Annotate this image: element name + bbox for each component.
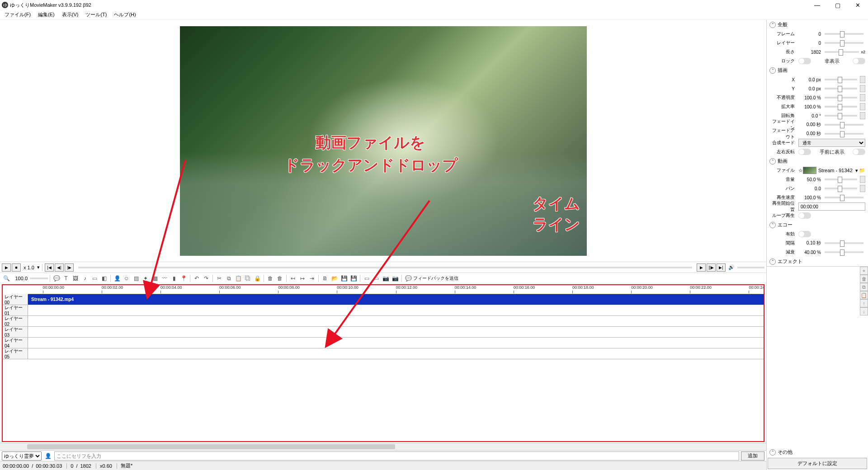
keyframe-icon[interactable] bbox=[860, 176, 865, 183]
snapshot-icon[interactable]: 📷 bbox=[381, 274, 390, 283]
speed-dropdown-icon[interactable]: ▾ bbox=[37, 264, 40, 270]
fadeout-slider[interactable] bbox=[825, 133, 863, 135]
seek-start-button[interactable]: |◀ bbox=[45, 263, 54, 272]
saveas-icon[interactable]: 💾 bbox=[349, 274, 358, 283]
copy-icon[interactable]: ⧉ bbox=[224, 274, 233, 283]
feedback-label[interactable]: フィードバックを送信 bbox=[413, 275, 458, 282]
dropdown-icon[interactable]: ▾ bbox=[855, 168, 858, 174]
seek-next-button[interactable]: |▶ bbox=[65, 263, 74, 272]
play-button[interactable]: ▶ bbox=[2, 263, 11, 272]
echo-toggle[interactable] bbox=[798, 231, 811, 237]
keyframe-icon[interactable] bbox=[860, 76, 865, 83]
keyframe-icon[interactable] bbox=[860, 94, 865, 101]
group-icon[interactable]: ▦ bbox=[151, 274, 160, 283]
track-0[interactable]: Stream - 91342.mp4 bbox=[28, 294, 764, 305]
fx-remove-icon[interactable]: 🗑 bbox=[860, 275, 868, 283]
frame-slider[interactable] bbox=[825, 33, 863, 35]
zoom-slider[interactable] bbox=[30, 277, 48, 279]
seek-prev-button[interactable]: ◀| bbox=[55, 263, 64, 272]
zoom-icon[interactable]: 🔍 bbox=[2, 274, 11, 283]
align-icon[interactable]: ⇥ bbox=[307, 274, 316, 283]
close-button[interactable]: ✕ bbox=[848, 0, 868, 10]
layer-label-4[interactable]: レイヤー 04 bbox=[3, 338, 28, 348]
split-icon[interactable]: ▮ bbox=[170, 274, 179, 283]
chevron-icon[interactable]: ⌃ bbox=[769, 158, 776, 164]
start-input[interactable] bbox=[798, 202, 865, 211]
front-toggle[interactable] bbox=[853, 149, 865, 155]
shape-icon[interactable]: ◧ bbox=[99, 274, 108, 283]
pan-slider[interactable] bbox=[825, 188, 857, 189]
chevron-icon[interactable]: ⌃ bbox=[769, 449, 776, 456]
fx-copy-icon[interactable]: ⧉ bbox=[860, 283, 868, 291]
align-right-icon[interactable]: ↦ bbox=[298, 274, 307, 283]
feedback-icon[interactable]: 💬 bbox=[404, 274, 413, 283]
star-icon[interactable]: ☆ bbox=[798, 168, 803, 174]
lock-icon[interactable]: 🔒 bbox=[253, 274, 262, 283]
skip-end-button[interactable]: ▶| bbox=[717, 263, 726, 272]
interval-slider[interactable] bbox=[825, 242, 863, 244]
wave-icon[interactable]: 〰 bbox=[160, 274, 169, 283]
export-icon[interactable]: ▭ bbox=[362, 274, 371, 283]
layer-label-0[interactable]: レイヤー 00 bbox=[3, 294, 28, 305]
save-icon[interactable]: 💾 bbox=[340, 274, 349, 283]
fx-up-icon[interactable]: ↑ bbox=[860, 299, 868, 307]
export2-icon[interactable]: ▭ bbox=[372, 274, 381, 283]
dup-icon[interactable]: ⿻ bbox=[243, 274, 252, 283]
fx-paste-icon[interactable]: 📋 bbox=[860, 291, 868, 299]
decay-slider[interactable] bbox=[825, 251, 863, 253]
chevron-icon[interactable]: ⌃ bbox=[769, 222, 776, 228]
add-button[interactable]: 追加 bbox=[741, 451, 764, 461]
keyframe-icon[interactable] bbox=[860, 85, 865, 92]
redo-icon[interactable]: ↷ bbox=[202, 274, 211, 283]
layer-slider[interactable] bbox=[825, 42, 863, 44]
layer-label-5[interactable]: レイヤー 05 bbox=[3, 348, 28, 359]
speed-slider[interactable] bbox=[825, 197, 863, 198]
keyframe-icon[interactable] bbox=[860, 185, 865, 192]
menu-help[interactable]: ヘルプ(H) bbox=[110, 10, 139, 19]
char-icon[interactable]: 👤 bbox=[113, 274, 122, 283]
layer-icon[interactable]: ▤ bbox=[132, 274, 141, 283]
volume-slider[interactable] bbox=[825, 179, 857, 180]
menu-file[interactable]: ファイル(F) bbox=[1, 10, 34, 19]
minimize-button[interactable]: ― bbox=[807, 0, 827, 10]
track-1[interactable] bbox=[28, 305, 764, 315]
scale-slider[interactable] bbox=[825, 106, 857, 108]
lock-toggle[interactable] bbox=[798, 58, 811, 64]
menu-edit[interactable]: 編集(E) bbox=[34, 10, 58, 19]
layer-label-3[interactable]: レイヤー 03 bbox=[3, 327, 28, 337]
fadein-slider[interactable] bbox=[825, 124, 863, 126]
cut-icon[interactable]: ✂ bbox=[215, 274, 224, 283]
keyframe-icon[interactable] bbox=[860, 103, 865, 110]
menu-tool[interactable]: ツール(T) bbox=[82, 10, 110, 19]
track-2[interactable] bbox=[28, 316, 764, 326]
layer-label-1[interactable]: レイヤー 01 bbox=[3, 305, 28, 315]
loop-toggle[interactable] bbox=[798, 212, 811, 219]
char-config-icon[interactable]: 👤 bbox=[43, 451, 52, 461]
track-5[interactable] bbox=[28, 348, 764, 359]
flip-toggle[interactable] bbox=[798, 149, 811, 155]
rotation-slider[interactable] bbox=[825, 115, 857, 117]
keyframe-icon[interactable] bbox=[860, 112, 865, 119]
stop-button[interactable]: ■ bbox=[12, 263, 21, 272]
chevron-icon[interactable]: ⌃ bbox=[769, 67, 776, 74]
chevron-icon[interactable]: ⌃ bbox=[769, 258, 776, 265]
set-default-button[interactable]: デフォルトに設定 bbox=[768, 458, 867, 469]
paste-icon[interactable]: 📋 bbox=[234, 274, 243, 283]
open-icon[interactable]: 📂 bbox=[330, 274, 339, 283]
hide-toggle[interactable] bbox=[853, 58, 865, 64]
new-icon[interactable]: 🗎 bbox=[321, 274, 330, 283]
fx-icon[interactable]: ✦ bbox=[141, 274, 150, 283]
track-3[interactable] bbox=[28, 327, 764, 337]
x-slider[interactable] bbox=[825, 79, 857, 80]
chevron-icon[interactable]: ⌃ bbox=[769, 22, 776, 28]
menu-view[interactable]: 表示(V) bbox=[58, 10, 82, 19]
video-icon[interactable]: ▭ bbox=[90, 274, 99, 283]
face-icon[interactable]: ☺ bbox=[122, 274, 131, 283]
align-left-icon[interactable]: ↤ bbox=[288, 274, 297, 283]
delete2-icon[interactable]: 🗑 bbox=[275, 274, 284, 283]
fx-down-icon[interactable]: ↓ bbox=[860, 307, 868, 315]
text-icon[interactable]: 💬 bbox=[52, 274, 61, 283]
character-select[interactable]: ゆっくり霊夢 bbox=[2, 451, 42, 461]
clip-video[interactable]: Stream - 91342.mp4 bbox=[28, 294, 764, 305]
delete-icon[interactable]: 🗑 bbox=[266, 274, 275, 283]
